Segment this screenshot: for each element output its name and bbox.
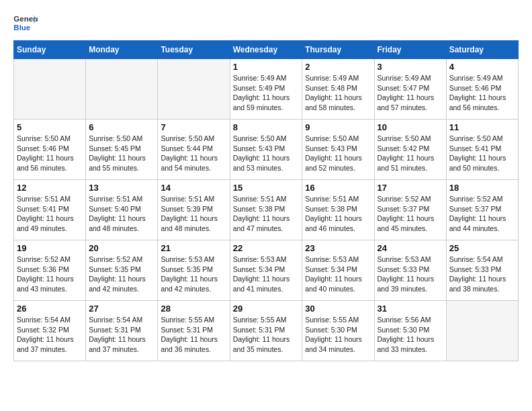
day-info: Sunrise: 5:49 AM Sunset: 5:48 PM Dayligh… xyxy=(305,73,371,113)
day-number: 20 xyxy=(89,243,154,253)
day-info: Sunrise: 5:56 AM Sunset: 5:30 PM Dayligh… xyxy=(378,315,443,355)
svg-text:Blue: Blue xyxy=(13,24,30,32)
day-info: Sunrise: 5:50 AM Sunset: 5:43 PM Dayligh… xyxy=(305,134,371,173)
day-info: Sunrise: 5:50 AM Sunset: 5:45 PM Dayligh… xyxy=(89,134,154,173)
calendar-cell: 25Sunrise: 5:54 AM Sunset: 5:33 PM Dayli… xyxy=(446,240,518,301)
day-info: Sunrise: 5:50 AM Sunset: 5:44 PM Dayligh… xyxy=(161,134,226,173)
day-info: Sunrise: 5:53 AM Sunset: 5:34 PM Dayligh… xyxy=(305,255,371,294)
calendar-cell: 5Sunrise: 5:50 AM Sunset: 5:46 PM Daylig… xyxy=(14,120,86,180)
calendar-cell: 13Sunrise: 5:51 AM Sunset: 5:40 PM Dayli… xyxy=(86,180,158,240)
calendar-cell: 18Sunrise: 5:52 AM Sunset: 5:37 PM Dayli… xyxy=(446,180,518,240)
calendar-cell: 23Sunrise: 5:53 AM Sunset: 5:34 PM Dayli… xyxy=(302,240,374,301)
day-info: Sunrise: 5:54 AM Sunset: 5:33 PM Dayligh… xyxy=(449,255,515,294)
day-info: Sunrise: 5:53 AM Sunset: 5:33 PM Dayligh… xyxy=(378,255,443,294)
day-info: Sunrise: 5:51 AM Sunset: 5:39 PM Dayligh… xyxy=(161,194,226,234)
calendar-cell: 30Sunrise: 5:55 AM Sunset: 5:30 PM Dayli… xyxy=(302,301,374,361)
calendar-cell: 26Sunrise: 5:54 AM Sunset: 5:32 PM Dayli… xyxy=(14,301,86,361)
calendar-cell xyxy=(86,59,158,120)
calendar-cell xyxy=(14,59,86,120)
calendar-week-4: 19Sunrise: 5:52 AM Sunset: 5:36 PM Dayli… xyxy=(14,240,519,301)
calendar-week-1: 1Sunrise: 5:49 AM Sunset: 5:49 PM Daylig… xyxy=(14,59,519,120)
calendar-cell: 4Sunrise: 5:49 AM Sunset: 5:46 PM Daylig… xyxy=(446,59,518,120)
day-number: 7 xyxy=(161,122,226,132)
day-number: 28 xyxy=(161,304,226,314)
day-number: 18 xyxy=(449,183,515,193)
day-info: Sunrise: 5:49 AM Sunset: 5:49 PM Dayligh… xyxy=(233,73,300,113)
calendar-cell xyxy=(158,59,230,120)
calendar-cell: 31Sunrise: 5:56 AM Sunset: 5:30 PM Dayli… xyxy=(374,301,446,361)
day-info: Sunrise: 5:49 AM Sunset: 5:47 PM Dayligh… xyxy=(378,73,443,113)
day-info: Sunrise: 5:53 AM Sunset: 5:35 PM Dayligh… xyxy=(161,255,226,294)
calendar-cell: 2Sunrise: 5:49 AM Sunset: 5:48 PM Daylig… xyxy=(302,59,374,120)
day-info: Sunrise: 5:55 AM Sunset: 5:31 PM Dayligh… xyxy=(233,315,300,355)
day-info: Sunrise: 5:51 AM Sunset: 5:40 PM Dayligh… xyxy=(89,194,154,234)
calendar-cell: 29Sunrise: 5:55 AM Sunset: 5:31 PM Dayli… xyxy=(230,301,302,361)
day-number: 4 xyxy=(449,62,515,72)
calendar-cell: 14Sunrise: 5:51 AM Sunset: 5:39 PM Dayli… xyxy=(158,180,230,240)
day-info: Sunrise: 5:52 AM Sunset: 5:37 PM Dayligh… xyxy=(378,194,443,234)
day-info: Sunrise: 5:51 AM Sunset: 5:38 PM Dayligh… xyxy=(233,194,300,234)
calendar-header-row: SundayMondayTuesdayWednesdayThursdayFrid… xyxy=(14,41,519,59)
calendar-header-wednesday: Wednesday xyxy=(230,41,302,59)
day-number: 8 xyxy=(233,122,300,132)
calendar-cell: 19Sunrise: 5:52 AM Sunset: 5:36 PM Dayli… xyxy=(14,240,86,301)
day-number: 2 xyxy=(305,62,371,72)
calendar-cell: 17Sunrise: 5:52 AM Sunset: 5:37 PM Dayli… xyxy=(374,180,446,240)
day-info: Sunrise: 5:50 AM Sunset: 5:43 PM Dayligh… xyxy=(233,134,300,173)
calendar-cell: 27Sunrise: 5:54 AM Sunset: 5:31 PM Dayli… xyxy=(86,301,158,361)
calendar-cell: 3Sunrise: 5:49 AM Sunset: 5:47 PM Daylig… xyxy=(374,59,446,120)
day-number: 5 xyxy=(17,122,83,132)
calendar-cell: 28Sunrise: 5:55 AM Sunset: 5:31 PM Dayli… xyxy=(158,301,230,361)
day-info: Sunrise: 5:54 AM Sunset: 5:32 PM Dayligh… xyxy=(17,315,83,355)
day-number: 21 xyxy=(161,243,226,253)
calendar-header-thursday: Thursday xyxy=(302,41,374,59)
day-number: 12 xyxy=(17,183,83,193)
day-info: Sunrise: 5:50 AM Sunset: 5:41 PM Dayligh… xyxy=(449,134,515,173)
day-number: 30 xyxy=(305,304,371,314)
day-info: Sunrise: 5:49 AM Sunset: 5:46 PM Dayligh… xyxy=(449,73,515,113)
calendar-header-tuesday: Tuesday xyxy=(158,41,230,59)
calendar-cell: 22Sunrise: 5:53 AM Sunset: 5:34 PM Dayli… xyxy=(230,240,302,301)
calendar-cell: 11Sunrise: 5:50 AM Sunset: 5:41 PM Dayli… xyxy=(446,120,518,180)
day-number: 10 xyxy=(378,122,443,132)
day-info: Sunrise: 5:52 AM Sunset: 5:35 PM Dayligh… xyxy=(89,255,154,294)
calendar-cell: 21Sunrise: 5:53 AM Sunset: 5:35 PM Dayli… xyxy=(158,240,230,301)
calendar-cell: 1Sunrise: 5:49 AM Sunset: 5:49 PM Daylig… xyxy=(230,59,302,120)
day-number: 3 xyxy=(378,62,443,72)
logo: General Blue xyxy=(13,13,42,34)
calendar-cell: 24Sunrise: 5:53 AM Sunset: 5:33 PM Dayli… xyxy=(374,240,446,301)
day-info: Sunrise: 5:51 AM Sunset: 5:41 PM Dayligh… xyxy=(17,194,83,234)
day-number: 25 xyxy=(449,243,515,253)
day-info: Sunrise: 5:50 AM Sunset: 5:42 PM Dayligh… xyxy=(378,134,443,173)
day-number: 19 xyxy=(17,243,83,253)
day-number: 14 xyxy=(161,183,226,193)
calendar-cell: 16Sunrise: 5:51 AM Sunset: 5:38 PM Dayli… xyxy=(302,180,374,240)
calendar-header-sunday: Sunday xyxy=(14,41,86,59)
day-number: 16 xyxy=(305,183,371,193)
calendar-cell: 7Sunrise: 5:50 AM Sunset: 5:44 PM Daylig… xyxy=(158,120,230,180)
calendar-cell: 6Sunrise: 5:50 AM Sunset: 5:45 PM Daylig… xyxy=(86,120,158,180)
day-number: 6 xyxy=(89,122,154,132)
day-number: 27 xyxy=(89,304,154,314)
day-info: Sunrise: 5:55 AM Sunset: 5:30 PM Dayligh… xyxy=(305,315,371,355)
calendar-cell: 12Sunrise: 5:51 AM Sunset: 5:41 PM Dayli… xyxy=(14,180,86,240)
calendar-cell xyxy=(446,301,518,361)
day-number: 23 xyxy=(305,243,371,253)
calendar-cell: 10Sunrise: 5:50 AM Sunset: 5:42 PM Dayli… xyxy=(374,120,446,180)
day-info: Sunrise: 5:54 AM Sunset: 5:31 PM Dayligh… xyxy=(89,315,154,355)
logo-icon: General Blue xyxy=(13,13,38,34)
day-number: 26 xyxy=(17,304,83,314)
calendar-week-2: 5Sunrise: 5:50 AM Sunset: 5:46 PM Daylig… xyxy=(14,120,519,180)
day-number: 31 xyxy=(378,304,443,314)
day-info: Sunrise: 5:52 AM Sunset: 5:36 PM Dayligh… xyxy=(17,255,83,294)
day-number: 15 xyxy=(233,183,300,193)
calendar-header-monday: Monday xyxy=(86,41,158,59)
day-info: Sunrise: 5:52 AM Sunset: 5:37 PM Dayligh… xyxy=(449,194,515,234)
day-number: 1 xyxy=(233,62,300,72)
day-number: 22 xyxy=(233,243,300,253)
calendar-cell: 8Sunrise: 5:50 AM Sunset: 5:43 PM Daylig… xyxy=(230,120,302,180)
day-number: 24 xyxy=(378,243,443,253)
day-number: 13 xyxy=(89,183,154,193)
day-info: Sunrise: 5:53 AM Sunset: 5:34 PM Dayligh… xyxy=(233,255,300,294)
day-info: Sunrise: 5:51 AM Sunset: 5:38 PM Dayligh… xyxy=(305,194,371,234)
